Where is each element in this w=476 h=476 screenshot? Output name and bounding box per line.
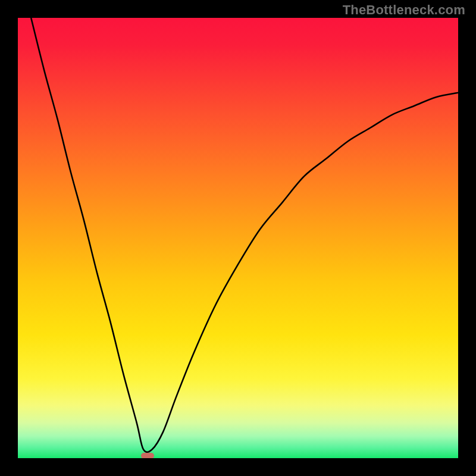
minimum-marker <box>141 453 154 458</box>
bottleneck-curve <box>18 18 458 458</box>
chart-frame: TheBottleneck.com <box>0 0 476 476</box>
plot-area <box>18 18 458 458</box>
watermark-text: TheBottleneck.com <box>343 2 465 18</box>
curve-path <box>31 18 458 452</box>
